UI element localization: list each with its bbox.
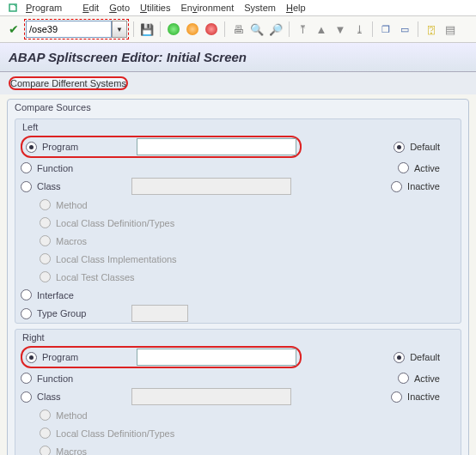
right-program-radio[interactable] (26, 352, 37, 363)
left-typegroup-input[interactable] (131, 305, 188, 322)
compare-systems-button[interactable]: Compare Different Systems (9, 76, 128, 90)
left-title: Left (15, 119, 461, 135)
print-icon[interactable]: 🖶 (229, 21, 247, 38)
app-toolbar: Compare Different Systems (0, 72, 476, 94)
compare-sources-title: Compare Sources (8, 100, 468, 115)
left-lcdt-label: Local Class Definition/Types (56, 218, 174, 228)
menu-utilities[interactable]: Utilities (140, 3, 170, 13)
right-program-highlight: Program (21, 346, 302, 368)
last-page-icon[interactable]: ⤓ (351, 21, 368, 38)
left-default-radio[interactable] (394, 142, 405, 153)
right-class-label: Class (37, 391, 131, 402)
left-method-label: Method (56, 200, 150, 210)
prev-page-icon[interactable]: ▲ (313, 21, 330, 38)
left-class-input[interactable] (131, 178, 291, 195)
left-method-radio (40, 199, 51, 210)
left-typegroup-radio[interactable] (21, 308, 32, 319)
left-class-radio[interactable] (21, 181, 32, 192)
save-icon[interactable]: 💾 (138, 21, 156, 38)
accept-icon[interactable]: ✔ (9, 22, 19, 36)
first-page-icon[interactable]: ⤒ (294, 21, 311, 38)
right-program-label: Program (42, 352, 137, 362)
left-lci-radio (40, 253, 51, 264)
command-field-highlight: ▼ (24, 19, 129, 39)
right-default-label: Default (410, 352, 440, 362)
right-function-radio[interactable] (21, 373, 32, 384)
title-bar: ABAP Splitscreen Editor: Initial Screen (0, 43, 476, 72)
find-next-icon[interactable]: 🔎 (267, 21, 284, 38)
layout-icon[interactable]: ▤ (442, 21, 459, 38)
left-ltc-label: Local Test Classes (56, 272, 135, 282)
left-inactive-radio[interactable] (391, 181, 402, 192)
exit-icon[interactable] (184, 21, 201, 38)
back-icon[interactable] (165, 21, 182, 38)
left-lcdt-radio (40, 217, 51, 228)
left-program-input[interactable] (137, 138, 296, 155)
new-session-icon[interactable]: ❐ (377, 21, 394, 38)
right-class-radio[interactable] (21, 391, 32, 403)
compare-sources-group: Compare Sources Left Program Default Fun… (7, 99, 469, 455)
right-title: Right (15, 330, 461, 345)
right-default-radio[interactable] (394, 352, 405, 363)
right-macros-radio (40, 446, 51, 455)
find-icon[interactable]: 🔍 (248, 21, 265, 38)
command-dropdown[interactable]: ▼ (112, 21, 127, 38)
right-group: Right Program Default Function Active Cl… (15, 329, 461, 455)
cancel-icon[interactable] (203, 21, 220, 38)
toolbar: ✔ ▼ 💾 🖶 🔍 🔎 ⤒ ▲ ▼ ⤓ ❐ ▭ ⍰ ▤ (0, 16, 476, 43)
left-macros-radio (40, 235, 51, 246)
right-lcdt-label: Local Class Definition/Types (56, 428, 174, 439)
right-method-radio (40, 410, 51, 421)
menu-bar: Program Edit Goto Utilities Environment … (0, 0, 476, 16)
command-field[interactable] (26, 21, 112, 38)
shortcut-icon[interactable]: ▭ (396, 21, 413, 38)
help-icon[interactable]: ⍰ (423, 21, 440, 38)
left-function-radio[interactable] (21, 162, 32, 173)
menu-system[interactable]: System (244, 3, 276, 13)
right-function-label: Function (37, 373, 131, 384)
left-default-label: Default (410, 142, 440, 152)
right-lcdt-radio (40, 428, 51, 439)
right-program-input[interactable] (137, 349, 296, 366)
left-interface-label: Interface (37, 290, 131, 300)
right-macros-label: Macros (56, 446, 150, 456)
right-method-label: Method (56, 410, 150, 421)
next-page-icon[interactable]: ▼ (332, 21, 349, 38)
app-icon (7, 2, 19, 14)
left-macros-label: Macros (56, 236, 150, 246)
menu-help[interactable]: Help (286, 3, 306, 13)
left-group: Left Program Default Function Active Cla… (15, 118, 461, 324)
left-program-radio[interactable] (26, 142, 37, 153)
left-typegroup-label: Type Group (37, 308, 131, 318)
left-lci-label: Local Class Implementations (56, 254, 177, 264)
left-interface-radio[interactable] (21, 289, 32, 300)
left-class-label: Class (37, 181, 131, 191)
menu-program[interactable]: Program (26, 3, 72, 13)
left-program-label: Program (42, 142, 137, 152)
left-inactive-label: Inactive (407, 181, 440, 191)
menu-goto[interactable]: Goto (109, 3, 130, 13)
right-inactive-radio[interactable] (391, 391, 402, 403)
right-active-label: Active (414, 373, 440, 384)
left-function-label: Function (37, 163, 131, 173)
left-program-highlight: Program (21, 136, 302, 158)
right-class-input[interactable] (131, 388, 291, 405)
right-inactive-label: Inactive (407, 391, 440, 402)
left-active-label: Active (414, 163, 440, 173)
page-title: ABAP Splitscreen Editor: Initial Screen (9, 50, 467, 64)
menu-edit[interactable]: Edit (82, 3, 99, 13)
right-active-radio[interactable] (398, 373, 409, 384)
menu-environment[interactable]: Environment (180, 3, 234, 13)
left-ltc-radio (40, 271, 51, 282)
left-active-radio[interactable] (398, 162, 409, 173)
